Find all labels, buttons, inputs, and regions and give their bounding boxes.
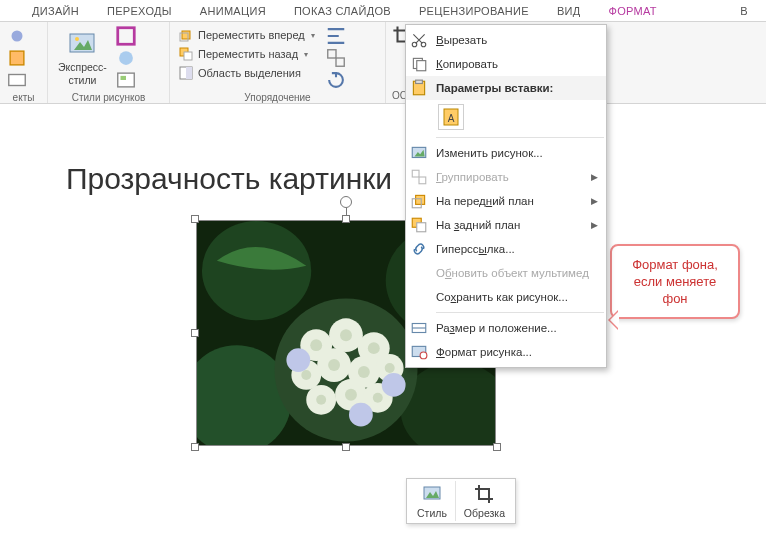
ctx-change-picture[interactable]: Изменить рисунок... [406, 141, 606, 165]
chevron-right-icon: ▶ [591, 196, 598, 206]
bring-forward-button[interactable]: Переместить вперед ▾ [176, 26, 317, 44]
ctx-save-as-picture[interactable]: Сохранить как рисунок... [406, 285, 606, 309]
express-styles-button[interactable]: Экспресс- стили [54, 26, 111, 88]
svg-rect-59 [412, 170, 419, 177]
ctx-copy[interactable]: Копировать [406, 52, 606, 76]
format-picture-icon [410, 343, 428, 361]
tab-design[interactable]: ДИЗАЙН [20, 2, 91, 21]
bring-front-icon [410, 192, 428, 210]
slide-title[interactable]: Прозрачность картинки [66, 162, 392, 196]
tab-format[interactable]: ФОРМАТ [597, 2, 669, 21]
svg-point-7 [119, 51, 133, 65]
group-button[interactable] [325, 48, 347, 68]
effect-button-2[interactable] [6, 48, 28, 68]
ctx-format-picture[interactable]: Формат рисунка... [406, 340, 606, 364]
svg-point-40 [385, 363, 395, 373]
picture-layout-button[interactable] [115, 70, 137, 90]
svg-point-67 [420, 352, 427, 359]
effects-icon [115, 47, 137, 69]
picture-effects-button[interactable] [115, 48, 137, 68]
send-backward-button[interactable]: Переместить назад ▾ [176, 45, 317, 63]
svg-rect-15 [186, 67, 192, 79]
ctx-group: Группировать ▶ [406, 165, 606, 189]
selection-pane-icon [178, 65, 194, 81]
ctx-hyperlink[interactable]: Гиперссылка... [406, 237, 606, 261]
tab-view[interactable]: ВИД [545, 2, 593, 21]
mini-style-label: Стиль [417, 507, 447, 519]
ctx-separator [436, 312, 604, 313]
chevron-right-icon: ▶ [591, 172, 598, 182]
blank-icon [410, 288, 428, 306]
ctx-paste-header-label: Параметры вставки: [436, 82, 553, 94]
svg-point-0 [12, 31, 23, 42]
selection-pane-button[interactable]: Область выделения [176, 64, 317, 82]
border-icon [115, 25, 137, 47]
send-back-icon [410, 216, 428, 234]
ctx-bring-front[interactable]: На передний план ▶ [406, 189, 606, 213]
scissors-icon [410, 31, 428, 49]
tab-review[interactable]: РЕЦЕНЗИРОВАНИЕ [407, 2, 541, 21]
align-button[interactable] [325, 26, 347, 46]
ctx-paste-header: Параметры вставки: [406, 76, 606, 100]
size-prefix: ОС [392, 88, 404, 101]
ctx-size-position[interactable]: Размер и положение... [406, 316, 606, 340]
picture-border-button[interactable] [115, 26, 137, 46]
svg-point-45 [382, 373, 406, 397]
sparkle-icon [6, 47, 28, 69]
resize-handle[interactable] [493, 443, 501, 451]
tab-slideshow[interactable]: ПОКАЗ СЛАЙДОВ [282, 2, 403, 21]
svg-rect-17 [336, 58, 344, 66]
rotate-button[interactable] [325, 70, 347, 90]
layout-icon [115, 69, 137, 91]
copy-icon [410, 55, 428, 73]
svg-rect-9 [120, 76, 126, 80]
callout-line2: если меняете [620, 273, 730, 290]
mini-crop-label: Обрезка [464, 507, 505, 519]
blank-icon [410, 264, 428, 282]
svg-point-42 [345, 389, 357, 401]
group-icon [325, 47, 347, 69]
svg-rect-54 [416, 80, 423, 83]
annotation-callout: Формат фона, если меняете фон [610, 244, 740, 319]
group-icon [410, 168, 428, 186]
tab-animation[interactable]: АНИМАЦИЯ [188, 2, 278, 21]
svg-text:A: A [448, 113, 455, 124]
svg-point-41 [316, 395, 326, 405]
ctx-cut[interactable]: ВВырезатьырезать [406, 28, 606, 52]
resize-handle[interactable] [342, 443, 350, 451]
ctx-send-back[interactable]: На задний план ▶ [406, 213, 606, 237]
chevron-down-icon: ▾ [309, 31, 315, 40]
group-label-arrange: Упорядочение [176, 90, 379, 103]
tab-transitions[interactable]: ПЕРЕХОДЫ [95, 2, 184, 21]
ribbon: екты Экспресс- стили [0, 22, 766, 104]
svg-point-35 [340, 329, 352, 341]
mini-style-button[interactable]: Стиль [409, 481, 455, 521]
ribbon-tabs: ДИЗАЙН ПЕРЕХОДЫ АНИМАЦИЯ ПОКАЗ СЛАЙДОВ Р… [0, 0, 766, 22]
effect-button-3[interactable] [6, 70, 28, 90]
express-styles-label2: стили [68, 75, 96, 86]
svg-rect-10 [182, 31, 190, 39]
resize-handle[interactable] [342, 215, 350, 223]
picture-style-icon [66, 28, 98, 60]
svg-rect-6 [118, 28, 135, 45]
resize-handle[interactable] [191, 443, 199, 451]
crop-icon [473, 483, 495, 505]
callout-line3: фон [620, 290, 730, 307]
effect-button-1[interactable] [6, 26, 28, 46]
ctx-change-picture-label: Изменить рисунок... [436, 147, 543, 159]
svg-point-38 [328, 359, 340, 371]
send-backward-icon [178, 46, 194, 62]
resize-handle[interactable] [191, 329, 199, 337]
group-label-styles: Стили рисунков [54, 90, 163, 103]
send-backward-label: Переместить назад [198, 48, 298, 60]
sparkle-icon [6, 25, 28, 47]
resize-handle[interactable] [191, 215, 199, 223]
svg-rect-13 [184, 52, 192, 60]
paste-option-keep-text[interactable]: A [438, 104, 464, 130]
callout-line1: Формат фона, [620, 256, 730, 273]
tab-right-trunc[interactable]: В [728, 2, 760, 21]
rotate-handle[interactable] [340, 196, 352, 208]
selection-pane-label: Область выделения [198, 67, 301, 79]
mini-crop-button[interactable]: Обрезка [455, 481, 513, 521]
svg-point-44 [286, 348, 310, 372]
